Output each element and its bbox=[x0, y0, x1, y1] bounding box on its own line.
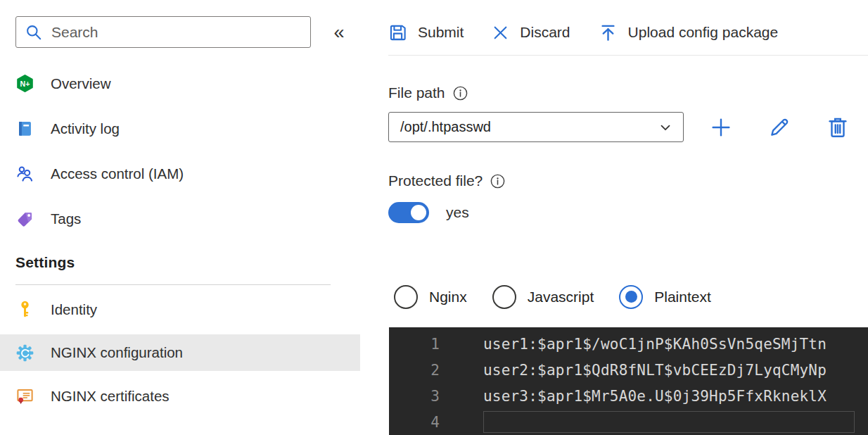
search-input[interactable] bbox=[51, 24, 302, 41]
line-text: user3:$apr1$Mr5A0e.U$0j39Hp5FfxRkneklX bbox=[483, 388, 826, 405]
radio-plaintext[interactable]: Plaintext bbox=[619, 285, 711, 309]
upload-label: Upload config package bbox=[628, 24, 779, 41]
svg-text:N+: N+ bbox=[20, 80, 30, 88]
file-path-row: /opt/.htpasswd bbox=[388, 112, 868, 142]
file-path-actions bbox=[709, 115, 850, 139]
editor-line-current: 4 bbox=[389, 409, 868, 435]
gear-icon bbox=[15, 343, 34, 362]
file-path-value: /opt/.htpasswd bbox=[400, 119, 491, 135]
protected-file-toggle-row: yes bbox=[388, 201, 868, 223]
upload-config-package-button[interactable]: Upload config package bbox=[599, 23, 779, 42]
sidebar-item-access-control[interactable]: Access control (IAM) bbox=[0, 157, 360, 190]
key-icon bbox=[15, 300, 34, 319]
sidebar-item-label: Overview bbox=[51, 75, 110, 92]
submit-label: Submit bbox=[418, 24, 464, 41]
sidebar-item-nginx-certificates[interactable]: NGINX certificates bbox=[0, 379, 360, 412]
sidebar-item-overview[interactable]: N+ Overview bbox=[0, 67, 360, 100]
toggle-state-label: yes bbox=[446, 204, 469, 221]
toolbar-divider bbox=[388, 55, 868, 56]
line-number: 2 bbox=[389, 362, 440, 379]
people-icon bbox=[15, 164, 34, 183]
format-radio-group: Nginx Javascript Plaintext bbox=[388, 284, 868, 310]
line-number: 1 bbox=[389, 336, 440, 353]
sidebar-section-settings: Settings bbox=[0, 249, 360, 276]
info-icon[interactable] bbox=[490, 173, 506, 189]
code-editor[interactable]: 1 user1:$apr1$/woC1jnP$KAh0SsVn5qeSMjTtn… bbox=[389, 327, 868, 435]
sidebar-item-nginx-configuration[interactable]: NGINX configuration bbox=[0, 334, 360, 371]
info-icon[interactable] bbox=[452, 85, 468, 101]
search-box[interactable] bbox=[15, 16, 311, 48]
radio-nginx[interactable]: Nginx bbox=[394, 285, 467, 309]
radio-circle bbox=[394, 285, 418, 309]
radio-label: Javascript bbox=[528, 289, 594, 305]
sidebar-item-identity[interactable]: Identity bbox=[0, 293, 360, 326]
editor-line: 2 user2:$apr1$QdR8fNLT$vbCEEzDj7LyqCMyNp bbox=[389, 357, 868, 383]
sidebar: « N+ Overview bbox=[0, 0, 360, 435]
command-bar: Submit Discard Upload config package bbox=[388, 0, 868, 46]
file-path-field-label: File path bbox=[388, 84, 868, 102]
sidebar-divider bbox=[15, 284, 331, 285]
search-icon bbox=[25, 23, 43, 42]
book-icon bbox=[15, 119, 34, 138]
sidebar-nav: N+ Overview Activity log bbox=[0, 67, 360, 421]
save-icon bbox=[388, 23, 407, 42]
toggle-knob bbox=[411, 205, 426, 220]
add-file-icon[interactable] bbox=[709, 115, 733, 139]
x-icon bbox=[492, 24, 509, 42]
file-path-dropdown[interactable]: /opt/.htpasswd bbox=[388, 112, 684, 142]
protected-file-field-label: Protected file? bbox=[388, 172, 868, 190]
sidebar-item-label: Activity log bbox=[51, 120, 120, 137]
discard-label: Discard bbox=[520, 24, 570, 41]
radio-circle bbox=[619, 285, 643, 309]
sidebar-item-label: Tags bbox=[51, 210, 81, 227]
protected-file-toggle[interactable] bbox=[388, 202, 429, 223]
file-path-label: File path bbox=[388, 84, 445, 101]
certificate-icon bbox=[15, 386, 34, 405]
nginx-logo-icon: N+ bbox=[15, 74, 34, 93]
line-number: 4 bbox=[389, 414, 440, 431]
upload-icon bbox=[599, 23, 618, 42]
editor-line: 1 user1:$apr1$/woC1jnP$KAh0SsVn5qeSMjTtn bbox=[389, 331, 868, 357]
radio-circle bbox=[492, 285, 516, 309]
radio-label: Nginx bbox=[429, 289, 467, 305]
line-number: 3 bbox=[389, 388, 440, 405]
sidebar-item-activity-log[interactable]: Activity log bbox=[0, 112, 360, 145]
tag-icon bbox=[15, 209, 34, 228]
sidebar-item-label: NGINX certificates bbox=[51, 388, 170, 405]
collapse-sidebar-icon[interactable]: « bbox=[328, 20, 350, 45]
protected-file-label: Protected file? bbox=[388, 172, 483, 189]
editor-cursor-box[interactable] bbox=[483, 411, 855, 433]
edit-pencil-icon[interactable] bbox=[767, 115, 791, 139]
sidebar-item-label: Identity bbox=[51, 301, 97, 318]
discard-button[interactable]: Discard bbox=[492, 24, 570, 42]
sidebar-item-tags[interactable]: Tags bbox=[0, 202, 360, 235]
sidebar-item-label: NGINX configuration bbox=[51, 344, 183, 361]
main-panel: Submit Discard Upload config package Fil… bbox=[388, 0, 868, 435]
radio-javascript[interactable]: Javascript bbox=[492, 285, 594, 309]
chevron-down-icon bbox=[658, 120, 673, 135]
editor-line: 3 user3:$apr1$Mr5A0e.U$0j39Hp5FfxRkneklX bbox=[389, 383, 868, 409]
delete-trash-icon[interactable] bbox=[826, 115, 850, 139]
submit-button[interactable]: Submit bbox=[388, 23, 464, 42]
sidebar-item-label: Access control (IAM) bbox=[51, 165, 184, 182]
radio-label: Plaintext bbox=[654, 289, 711, 305]
line-text: user1:$apr1$/woC1jnP$KAh0SsVn5qeSMjTtn bbox=[483, 336, 826, 353]
line-text: user2:$apr1$QdR8fNLT$vbCEEzDj7LyqCMyNp bbox=[483, 362, 826, 379]
